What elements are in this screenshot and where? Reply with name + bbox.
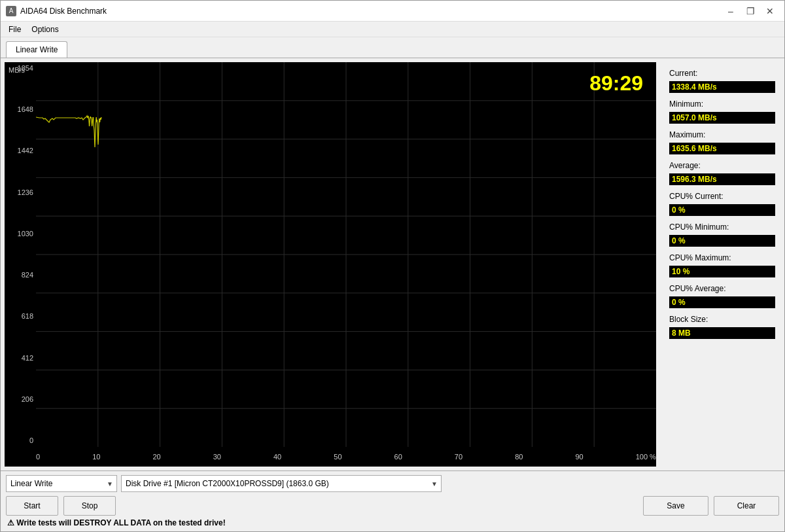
buttons-row: Start Stop Save Clear: [6, 496, 779, 516]
block-size-label: Block Size:: [669, 315, 775, 324]
bottom-bar: Linear Write ▼ Disk Drive #1 [Micron CT2…: [1, 470, 784, 531]
stop-button[interactable]: Stop: [63, 496, 116, 516]
clear-button[interactable]: Clear: [714, 496, 779, 516]
current-label: Current:: [669, 69, 775, 78]
minimize-button[interactable]: –: [722, 3, 740, 19]
restore-button[interactable]: ❐: [741, 3, 759, 19]
cpu-maximum-label: CPU% Maximum:: [669, 253, 775, 262]
cpu-minimum-label: CPU% Minimum:: [669, 222, 775, 232]
minimum-label: Minimum:: [669, 99, 775, 109]
disk-dropdown-wrapper: Disk Drive #1 [Micron CT2000X10PROSSD9] …: [121, 475, 442, 492]
x-label-90: 90: [575, 453, 583, 461]
x-label-20: 20: [152, 453, 160, 461]
x-label-70: 70: [455, 453, 462, 461]
content-area: MB/s 0 206 412 618 824 1030 1236 1442 16…: [1, 58, 784, 470]
title-bar: A AIDA64 Disk Benchmark – ❐ ✕: [1, 1, 784, 22]
menu-options[interactable]: Options: [26, 24, 63, 35]
cpu-current-label: CPU% Current:: [669, 192, 775, 201]
chart-inner: [36, 62, 656, 447]
menu-bar: File Options: [1, 22, 784, 37]
y-label-1854: 1854: [5, 65, 33, 72]
y-label-206: 206: [5, 396, 33, 403]
y-label-1648: 1648: [5, 106, 33, 113]
app-icon: A: [6, 6, 16, 16]
cpu-average-value: 0 %: [669, 296, 775, 308]
benchmark-dropdown-wrapper: Linear Write ▼: [6, 475, 117, 492]
y-label-1442: 1442: [5, 147, 33, 154]
cpu-maximum-value: 10 %: [669, 266, 775, 277]
x-label-50: 50: [334, 453, 341, 461]
y-label-824: 824: [5, 272, 33, 279]
x-label-10: 10: [92, 453, 100, 461]
x-label-0: 0: [36, 453, 40, 461]
sidebar: Current: 1338.4 MB/s Minimum: 1057.0 MB/…: [660, 58, 784, 470]
controls-row: Linear Write ▼ Disk Drive #1 [Micron CT2…: [6, 475, 779, 492]
minimum-value: 1057.0 MB/s: [669, 112, 775, 124]
x-label-80: 80: [515, 453, 523, 461]
disk-dropdown[interactable]: Disk Drive #1 [Micron CT2000X10PROSSD9] …: [121, 475, 442, 492]
y-label-1030: 1030: [5, 230, 33, 238]
maximum-label: Maximum:: [669, 130, 775, 139]
average-label: Average:: [669, 161, 775, 170]
cpu-average-label: CPU% Average:: [669, 284, 775, 293]
chart-section: MB/s 0 206 412 618 824 1030 1236 1442 16…: [1, 58, 660, 470]
cpu-minimum-value: 0 %: [669, 235, 775, 247]
current-value: 1338.4 MB/s: [669, 81, 775, 93]
warning-bar: ⚠ Write tests will DESTROY ALL DATA on t…: [6, 516, 779, 527]
window-title: AIDA64 Disk Benchmark: [20, 7, 722, 16]
y-label-1236: 1236: [5, 189, 33, 196]
close-button[interactable]: ✕: [761, 3, 779, 19]
menu-file[interactable]: File: [3, 24, 26, 35]
y-label-0: 0: [5, 437, 33, 444]
tab-bar: Linear Write: [1, 37, 784, 58]
save-button[interactable]: Save: [643, 496, 708, 516]
y-axis: 0 206 412 618 824 1030 1236 1442 1648 18…: [5, 62, 36, 447]
y-label-412: 412: [5, 355, 33, 362]
chart-container: MB/s 0 206 412 618 824 1030 1236 1442 16…: [5, 62, 656, 467]
timer-display: 89:29: [589, 71, 643, 96]
average-value: 1596.3 MB/s: [669, 173, 775, 185]
tab-linear-write[interactable]: Linear Write: [6, 41, 67, 58]
main-window: A AIDA64 Disk Benchmark – ❐ ✕ File Optio…: [0, 0, 785, 532]
x-label-30: 30: [213, 453, 221, 461]
x-axis: 0 10 20 30 40 50 60 70 80 90 100 %: [36, 447, 656, 467]
x-label-60: 60: [394, 453, 402, 461]
x-label-40: 40: [273, 453, 281, 461]
window-controls: – ❐ ✕: [722, 3, 779, 19]
cpu-current-value: 0 %: [669, 204, 775, 216]
warning-text: ⚠ Write tests will DESTROY ALL DATA on t…: [7, 518, 226, 527]
maximum-value: 1635.6 MB/s: [669, 143, 775, 154]
benchmark-dropdown[interactable]: Linear Write: [6, 475, 117, 492]
x-label-100: 100 %: [636, 453, 656, 461]
start-button[interactable]: Start: [6, 496, 58, 516]
chart-grid-svg: [36, 62, 656, 447]
block-size-value: 8 MB: [669, 327, 775, 339]
y-label-618: 618: [5, 313, 33, 320]
